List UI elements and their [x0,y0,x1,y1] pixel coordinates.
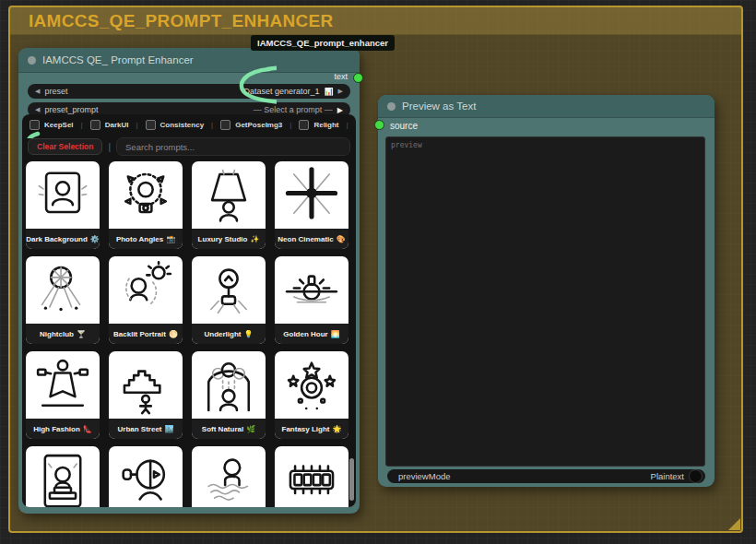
prompt-card[interactable] [26,446,100,507]
prompt-card[interactable]: Dark Background⚙️ [26,161,100,249]
source-input-label: source [390,121,418,131]
preview-node-titlebar[interactable]: Preview as Text [378,95,715,118]
keepsel-checkbox[interactable] [30,120,40,130]
prompt-widget-panel: KeepSel | DarkUI | Consistency | GetPose… [22,114,356,507]
card-emoji: 🌿 [246,425,255,433]
checkbox-label: DarkUI [105,121,129,129]
checkbox-row: KeepSel | DarkUI | Consistency | GetPose… [22,114,356,135]
card-label: Nightclub [40,330,74,338]
group-titlebar[interactable]: IAMCCS_QE_PROMPT_ENHANCER [10,7,741,35]
node-badge-label: IAMCCS_QE_prompt_enhancer [257,38,388,48]
fan-light-icon [109,446,183,507]
enhancer-node[interactable]: IAMCCS QE_ Prompt Enhancer text ◀ preset… [18,48,360,514]
prompt-card[interactable]: Fantasy Light🌟 [275,351,348,439]
checkbox-label: Relight [313,121,338,129]
separator: | [81,121,83,129]
group-resize-handle[interactable] [728,518,740,530]
preview-node[interactable]: Preview as Text source preview previewMo… [378,95,715,487]
card-emoji: 🏙️ [165,425,174,433]
consistency-checkbox[interactable] [146,120,156,130]
preview-mode-widget[interactable]: previewMode Plaintext [387,469,705,483]
node-badge[interactable]: IAMCCS_QE_prompt_enhancer [251,35,395,51]
card-emoji: 🌟 [333,425,342,433]
dress-flash-icon [26,351,100,419]
card-emoji: 📸 [166,235,175,243]
card-label: Photo Angles [116,235,163,243]
prompt-card[interactable]: Underlight💡 [192,256,266,344]
card-label: Underlight [205,330,242,338]
prompt-card[interactable]: Urban Street🏙️ [109,351,183,439]
preview-mode-label: previewMode [398,471,451,481]
search-prompts-input[interactable] [116,137,350,156]
skyline-figure-icon [109,351,183,419]
collapse-dot-icon[interactable] [387,102,396,111]
preview-node-title: Preview as Text [402,101,476,112]
framed-portrait-icon [26,161,100,229]
checkbox-label: KeepSel [44,121,74,129]
card-emoji: 🍸 [77,330,86,338]
collapse-dot-icon[interactable] [28,56,36,65]
checkbox-label: GetPoseImg3 [235,121,282,129]
preview-placeholder: preview [391,141,422,149]
preset-label: preset [44,87,67,96]
separator: | [347,121,348,129]
preset-combo[interactable]: ◀ preset Dataset generator_1 📊 ▶ [28,84,350,99]
preview-mode-knob-icon[interactable] [689,469,703,483]
orb-stars-icon [275,351,348,419]
enhancer-node-titlebar[interactable]: IAMCCS QE_ Prompt Enhancer [18,48,360,73]
card-label: Fantasy Light [282,425,330,433]
prompt-card[interactable]: High Fashion👠 [26,351,100,439]
node-graph-canvas[interactable]: IAMCCS_QE_PROMPT_ENHANCER IAMCCS_QE_prom… [0,0,756,544]
pedestal-portrait-icon [26,446,100,507]
prompt-card[interactable]: Photo Angles📸 [109,161,183,249]
darkui-checkbox[interactable] [90,120,100,130]
prev-arrow-icon[interactable]: ◀ [35,88,40,95]
bar-chart-icon: 📊 [325,88,334,96]
next-arrow-icon[interactable]: ▶ [337,106,343,114]
card-label: High Fashion [33,425,80,433]
prompt-card[interactable] [275,446,348,507]
card-label: Neon Cinematic [278,235,333,243]
separator: | [211,121,213,129]
card-emoji: 🌕 [169,330,178,338]
relight-checkbox[interactable] [299,120,309,130]
group-title: IAMCCS_QE_PROMPT_ENHANCER [29,11,334,30]
prompt-card[interactable]: Neon Cinematic🎨 [275,161,348,249]
lampshade-icon [192,161,266,229]
film-strip-icon [275,446,348,507]
card-grid-scrollbar[interactable] [349,458,354,501]
card-emoji: ✨ [250,235,259,243]
cloud-rain-portrait-icon [192,351,266,419]
prompt-card[interactable]: Soft Natural🌿 [192,351,266,439]
toolbar-row: Clear Selection | [28,136,350,158]
prompt-card-grid: Dark Background⚙️ Photo Angles📸 Luxury S… [26,161,352,507]
water-figure-icon [192,446,266,507]
clear-selection-button[interactable]: Clear Selection [28,138,102,155]
prompt-card[interactable]: Backlit Portrait🌕 [109,256,183,344]
bulb-underlight-icon [192,256,266,324]
prompt-card[interactable]: Golden Hour🌅 [275,256,348,344]
prompt-card[interactable]: Luxury Studio✨ [192,161,266,249]
prompt-card[interactable]: Nightclub🍸 [26,256,100,344]
source-input-port[interactable] [374,120,384,130]
card-label: Backlit Portrait [113,330,166,338]
preset-value: Dataset generator_1 [244,87,320,96]
prev-arrow-icon[interactable]: ◀ [35,106,40,113]
preset-prompt-label: preset_prompt [44,105,98,114]
disco-ball-icon [26,256,100,324]
prompt-card[interactable] [109,446,183,507]
enhancer-node-title: IAMCCS QE_ Prompt Enhancer [42,54,194,65]
preview-textarea[interactable]: preview [385,136,705,467]
separator: | [289,121,291,129]
card-emoji: 🎨 [337,235,346,243]
prompt-card[interactable] [192,446,266,507]
sun-portrait-icon [109,256,183,324]
card-emoji: 💡 [244,330,254,338]
camera-angles-icon [109,161,183,229]
card-label: Luxury Studio [198,235,248,243]
card-label: Golden Hour [283,330,327,338]
text-output-port[interactable] [353,73,363,83]
next-arrow-icon[interactable]: ▶ [338,88,343,95]
getposeimg3-checkbox[interactable] [220,120,230,130]
crosshair-rays-icon [275,161,348,229]
